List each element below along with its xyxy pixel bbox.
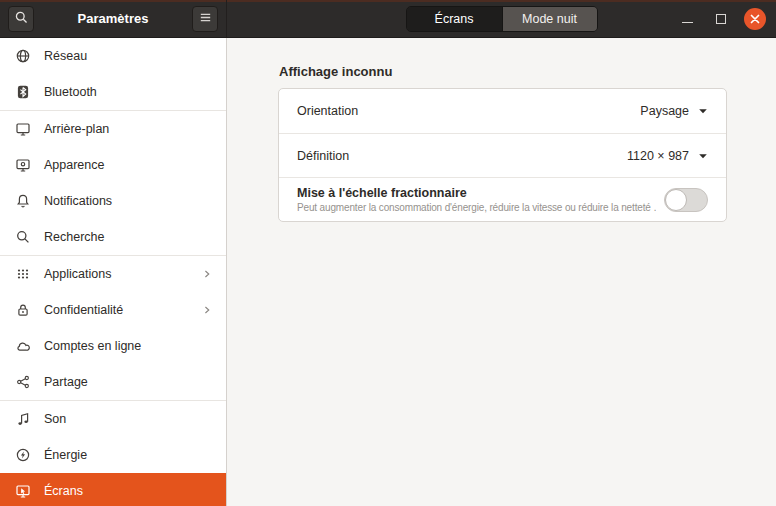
chevron-right-icon: [200, 267, 214, 281]
definition-text: Définition: [297, 142, 627, 170]
orientation-dropdown[interactable]: Paysage: [640, 104, 708, 118]
sidebar-item-label: Réseau: [44, 49, 214, 63]
sidebar-item-label: Applications: [44, 267, 187, 281]
sidebar-item-label: Écrans: [44, 484, 214, 498]
sidebar-item-apparence[interactable]: Apparence: [0, 147, 226, 183]
sidebar-item-arriere-plan[interactable]: Arrière-plan: [0, 111, 226, 147]
main-content: Affichage inconnu OrientationPaysageDéfi…: [227, 38, 776, 506]
window-controls: [676, 0, 766, 38]
maximize-icon: [716, 14, 726, 24]
apps-grid-icon: [15, 266, 31, 282]
sidebar-item-label: Son: [44, 412, 214, 426]
window-body: RéseauBluetoothArrière-planApparenceNoti…: [0, 38, 776, 506]
orientation-text: Orientation: [297, 97, 640, 125]
tab-mode-nuit[interactable]: Mode nuit: [502, 7, 597, 31]
sidebar-item-son[interactable]: Son: [0, 401, 226, 437]
share-icon: [15, 374, 31, 390]
section-heading: Affichage inconnu: [279, 64, 776, 79]
sidebar: RéseauBluetoothArrière-planApparenceNoti…: [0, 38, 227, 506]
dropdown-arrow-icon: [698, 151, 708, 161]
sidebar-item-notifications[interactable]: Notifications: [0, 183, 226, 219]
sidebar-item-ecrans[interactable]: Écrans: [0, 473, 226, 506]
titlebar-sidebar-section: Paramètres: [0, 0, 227, 37]
sidebar-item-label: Partage: [44, 375, 214, 389]
sidebar-item-label: Arrière-plan: [44, 122, 214, 136]
music-note-icon: [15, 411, 31, 427]
orientation-row[interactable]: OrientationPaysage: [279, 89, 726, 133]
titlebar: Paramètres Écrans Mode nuit: [0, 0, 776, 38]
fractional-scaling-text: Mise à l'échelle fractionnairePeut augme…: [297, 179, 656, 221]
settings-window: Paramètres Écrans Mode nuit: [0, 0, 776, 506]
sidebar-item-label: Notifications: [44, 194, 214, 208]
fractional-scaling-description: Peut augmenter la consommation d'énergie…: [297, 202, 656, 213]
window-title: Paramètres: [34, 11, 192, 26]
sidebar-item-reseau[interactable]: Réseau: [0, 38, 226, 74]
search-button[interactable]: [8, 6, 34, 32]
sidebar-item-energie[interactable]: Énergie: [0, 437, 226, 473]
titlebar-main-section: Écrans Mode nuit: [227, 0, 776, 37]
sidebar-item-label: Confidentialité: [44, 303, 187, 317]
orientation-value: Paysage: [640, 104, 689, 118]
sidebar-item-label: Apparence: [44, 158, 214, 172]
cloud-icon: [15, 338, 31, 354]
bell-icon: [15, 193, 31, 209]
sidebar-item-recherche[interactable]: Recherche: [0, 219, 226, 255]
minimize-icon: [682, 22, 693, 23]
sidebar-item-partage[interactable]: Partage: [0, 364, 226, 400]
sidebar-item-label: Énergie: [44, 448, 214, 462]
close-button[interactable]: [744, 8, 766, 30]
lock-icon: [15, 302, 31, 318]
sidebar-item-label: Comptes en ligne: [44, 339, 214, 353]
display-settings-panel: OrientationPaysageDéfinition1120 × 987Mi…: [278, 88, 727, 222]
toggle-knob: [665, 189, 687, 211]
sidebar-item-bluetooth[interactable]: Bluetooth: [0, 74, 226, 110]
fractional-scaling-label: Mise à l'échelle fractionnaire: [297, 186, 656, 200]
sidebar-item-applications[interactable]: Applications: [0, 256, 226, 292]
power-icon: [15, 447, 31, 463]
sidebar-item-label: Bluetooth: [44, 85, 214, 99]
definition-dropdown[interactable]: 1120 × 987: [627, 149, 708, 163]
orientation-label: Orientation: [297, 104, 640, 118]
appearance-monitor-icon: [15, 157, 31, 173]
minimize-button[interactable]: [676, 8, 698, 30]
header-tab-group: Écrans Mode nuit: [406, 6, 598, 32]
sidebar-item-label: Recherche: [44, 230, 214, 244]
displays-icon: [15, 483, 31, 499]
sidebar-item-comptes-en-ligne[interactable]: Comptes en ligne: [0, 328, 226, 364]
close-icon: [750, 12, 760, 27]
background-monitor-icon: [15, 121, 31, 137]
hamburger-icon: [198, 10, 213, 28]
tab-ecrans[interactable]: Écrans: [407, 7, 502, 31]
search-icon: [15, 229, 31, 245]
maximize-button[interactable]: [710, 8, 732, 30]
chevron-right-icon: [200, 303, 214, 317]
definition-row[interactable]: Définition1120 × 987: [279, 133, 726, 177]
dropdown-arrow-icon: [698, 106, 708, 116]
fractional-scaling-toggle[interactable]: [664, 188, 708, 212]
definition-label: Définition: [297, 149, 627, 163]
network-globe-icon: [15, 48, 31, 64]
sidebar-item-confidentialite[interactable]: Confidentialité: [0, 292, 226, 328]
definition-value: 1120 × 987: [627, 149, 689, 163]
bluetooth-icon: [15, 84, 31, 100]
search-icon: [14, 10, 29, 28]
fractional-scaling-row: Mise à l'échelle fractionnairePeut augme…: [279, 177, 726, 221]
menu-button[interactable]: [192, 6, 218, 32]
